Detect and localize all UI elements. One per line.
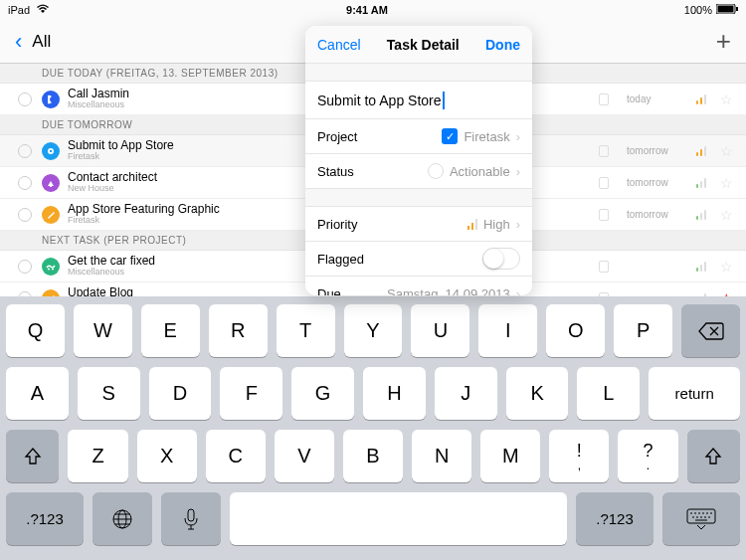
shift-icon	[23, 447, 43, 467]
key-j[interactable]: J	[435, 367, 497, 420]
key-symbols-right[interactable]: .?123	[576, 492, 653, 545]
star-icon[interactable]: ☆	[716, 143, 736, 159]
project-dot	[42, 289, 60, 297]
priority-icon	[696, 210, 716, 220]
chevron-right-icon: ›	[516, 164, 520, 179]
key-b[interactable]: B	[343, 430, 403, 482]
key-p[interactable]: P	[614, 304, 672, 357]
key-s[interactable]: S	[78, 367, 140, 420]
chevron-right-icon: ›	[516, 286, 520, 295]
key-x[interactable]: X	[137, 430, 197, 482]
key-w[interactable]: W	[74, 304, 132, 357]
key-e[interactable]: E	[141, 304, 200, 357]
flag-icon[interactable]	[599, 261, 609, 273]
status-row[interactable]: Status Actionable ›	[305, 154, 532, 189]
key-exclaim[interactable]: !,	[549, 430, 609, 482]
key-h[interactable]: H	[363, 367, 426, 420]
svg-point-6	[52, 268, 54, 270]
checkbox-checked-icon	[442, 128, 458, 144]
circle-icon	[428, 163, 444, 179]
key-shift-left[interactable]	[6, 430, 59, 482]
cancel-button[interactable]: Cancel	[317, 37, 361, 53]
globe-icon	[111, 508, 133, 530]
done-button[interactable]: Done	[485, 37, 520, 53]
shift-icon	[703, 447, 723, 467]
add-button[interactable]: +	[716, 26, 731, 57]
key-d[interactable]: D	[149, 367, 212, 420]
key-g[interactable]: G	[291, 367, 354, 420]
key-o[interactable]: O	[546, 304, 605, 357]
key-l[interactable]: L	[577, 367, 640, 420]
checkbox-icon[interactable]	[18, 176, 32, 190]
key-c[interactable]: C	[206, 430, 266, 482]
priority-icon	[696, 262, 716, 272]
key-t[interactable]: T	[277, 304, 335, 357]
flag-icon[interactable]	[599, 209, 609, 221]
priority-value: High	[483, 217, 510, 232]
key-i[interactable]: I	[478, 304, 537, 357]
key-shift-right[interactable]	[687, 430, 740, 482]
project-dot	[42, 91, 60, 108]
key-question[interactable]: ?.	[618, 430, 677, 482]
priority-icon	[696, 178, 716, 188]
status-bar: iPad 9:41 AM 100%	[0, 0, 746, 20]
due-row[interactable]: Due Samstag, 14.09.2013 ›	[305, 277, 532, 295]
key-return[interactable]: return	[649, 367, 740, 420]
star-icon[interactable]: ☆	[716, 207, 736, 223]
due-label: tomorrow	[627, 145, 696, 156]
flag-icon[interactable]	[599, 177, 609, 189]
priority-row[interactable]: Priority High ›	[305, 207, 532, 242]
popover-header: Cancel Task Detail Done	[305, 26, 532, 64]
flagged-label: Flagged	[317, 252, 364, 267]
task-name-input[interactable]: Submit to App Store	[305, 82, 532, 119]
status-value: Actionable	[450, 164, 510, 179]
key-mic[interactable]	[161, 492, 221, 545]
battery-icon	[716, 4, 738, 16]
key-z[interactable]: Z	[68, 430, 127, 482]
star-icon[interactable]: ☆	[716, 175, 736, 191]
nav-title: All	[32, 32, 51, 52]
flag-icon[interactable]	[599, 93, 609, 105]
project-dot	[42, 206, 60, 224]
key-v[interactable]: V	[275, 430, 334, 482]
key-f[interactable]: F	[220, 367, 282, 420]
key-space[interactable]	[230, 492, 567, 545]
flagged-row[interactable]: Flagged	[305, 242, 532, 277]
keyboard-row-2: A S D F G H J K L return	[6, 367, 740, 420]
star-icon[interactable]: ☆	[716, 92, 736, 107]
flagged-toggle[interactable]	[482, 248, 520, 270]
key-r[interactable]: R	[209, 304, 268, 357]
delete-icon	[698, 322, 724, 340]
checkbox-icon[interactable]	[18, 260, 32, 274]
key-symbols-left[interactable]: .?123	[6, 492, 84, 545]
priority-bars-icon	[467, 219, 477, 230]
key-dismiss-keyboard[interactable]	[662, 492, 740, 545]
device-label: iPad	[8, 4, 30, 16]
chevron-right-icon: ›	[516, 129, 520, 144]
back-button[interactable]: ‹	[15, 29, 22, 55]
key-u[interactable]: U	[411, 304, 469, 357]
due-value: Samstag, 14.09.2013	[387, 286, 510, 295]
project-row[interactable]: Project Firetask ›	[305, 119, 532, 154]
keyboard-row-3: Z X C V B N M !, ?.	[6, 430, 740, 482]
key-delete[interactable]	[681, 304, 740, 357]
svg-rect-2	[736, 7, 738, 11]
checkbox-icon[interactable]	[18, 93, 32, 106]
due-label: tomorrow	[627, 177, 696, 188]
checkbox-icon[interactable]	[18, 208, 32, 222]
flag-icon[interactable]	[599, 145, 609, 157]
text-cursor-icon	[443, 92, 445, 109]
key-n[interactable]: N	[412, 430, 471, 482]
checkbox-icon[interactable]	[18, 144, 32, 158]
keyboard-row-1: Q W E R T Y U I O P	[6, 304, 740, 357]
key-m[interactable]: M	[480, 430, 540, 482]
chevron-right-icon: ›	[516, 217, 520, 232]
task-detail-popover: Cancel Task Detail Done Submit to App St…	[305, 26, 532, 295]
dismiss-keyboard-icon	[686, 508, 716, 530]
key-q[interactable]: Q	[6, 304, 65, 357]
key-globe[interactable]	[93, 492, 152, 545]
key-a[interactable]: A	[6, 367, 69, 420]
key-y[interactable]: Y	[344, 304, 403, 357]
key-k[interactable]: K	[506, 367, 569, 420]
star-icon[interactable]: ☆	[716, 259, 736, 275]
